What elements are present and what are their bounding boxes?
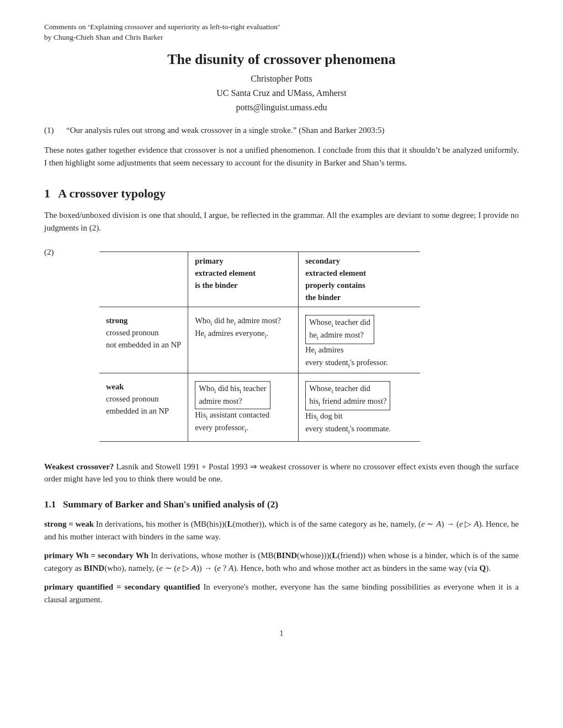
header-col0 <box>99 252 188 307</box>
weak-secondary: Whosei teacher didhisi friend admire mos… <box>299 373 420 442</box>
item-text: “Our analysis rules out strong and weak … <box>66 124 385 137</box>
para-quantified: primary quantified = secondary quantifie… <box>44 581 519 606</box>
strong-row: strong crossed pronoun not embedded in a… <box>99 307 420 373</box>
table-header-row: primary extracted element is the binder … <box>99 252 420 307</box>
para-primary-secondary: primary Wh = secondary Wh In derivations… <box>44 549 519 574</box>
section11-title: 1.1 Summary of Barker and Shan's unified… <box>44 497 519 512</box>
weakest-para: Weakest crossover? Lasnik and Stowell 19… <box>44 461 519 485</box>
strong-weak-bold: strong = weak <box>44 520 94 528</box>
section11-label: Summary of Barker and Shan's unified ana… <box>59 499 278 510</box>
section1-title: 1 A crossover typology <box>44 184 519 202</box>
primary-secondary-bold: primary Wh = secondary Wh <box>44 551 148 560</box>
header-col2: secondary extracted element properly con… <box>299 252 420 307</box>
quantified-bold: primary quantified = secondary quantifie… <box>44 582 200 591</box>
item-number: (1) <box>44 124 61 137</box>
author-name: Christopher Potts <box>44 72 519 85</box>
weak-primary: Whoi did hisi teacheradmire most? Hisi a… <box>188 373 299 442</box>
weakest-rest: Lasnik and Stowell 1991 + Postal 1993 ⇒ … <box>44 462 519 484</box>
page-number: 1 <box>44 628 519 639</box>
section1-num: 1 <box>44 186 50 200</box>
typology-table: primary extracted element is the binder … <box>99 251 420 442</box>
section1-label: A crossover typology <box>58 186 166 200</box>
title-block: The disunity of crossover phenomena Chri… <box>44 49 519 114</box>
section11-num: 1.1 <box>44 499 56 510</box>
comment-line1: Comments on ‘Explaining crossover and su… <box>44 22 519 33</box>
weak-row: weak crossed pronoun embedded in an NP W… <box>99 373 420 442</box>
institution-name: UC Santa Cruz and UMass, Amherst <box>44 87 519 100</box>
typology-intro: The boxed/unboxed division is one that s… <box>44 209 519 234</box>
intro-paragraph: These notes gather together evidence tha… <box>44 144 519 169</box>
numbered-item-1: (1) “Our analysis rules out strong and w… <box>44 124 519 137</box>
strong-primary: Whoi did hei admire most? Hei admires ev… <box>188 307 299 373</box>
table-label: (2) <box>44 243 66 451</box>
comments-block: Comments on ‘Explaining crossover and su… <box>44 22 519 43</box>
strong-weak-rest: In derivations, his mother is (MB(his))(… <box>44 520 519 541</box>
email-address: potts@linguist.umass.edu <box>44 101 519 114</box>
weak-label: weak crossed pronoun embedded in an NP <box>99 373 188 442</box>
comment-line2: by Chung-Chieh Shan and Chris Barker <box>44 33 519 43</box>
strong-label: strong crossed pronoun not embedded in a… <box>99 307 188 373</box>
weakest-bold: Weakest crossover? <box>44 462 114 471</box>
main-title: The disunity of crossover phenomena <box>44 49 519 70</box>
para-strong-weak: strong = weak In derivations, his mother… <box>44 518 519 543</box>
header-col1: primary extracted element is the binder <box>188 252 299 307</box>
strong-secondary: Whosei teacher didhei admire most? Hei a… <box>299 307 420 373</box>
